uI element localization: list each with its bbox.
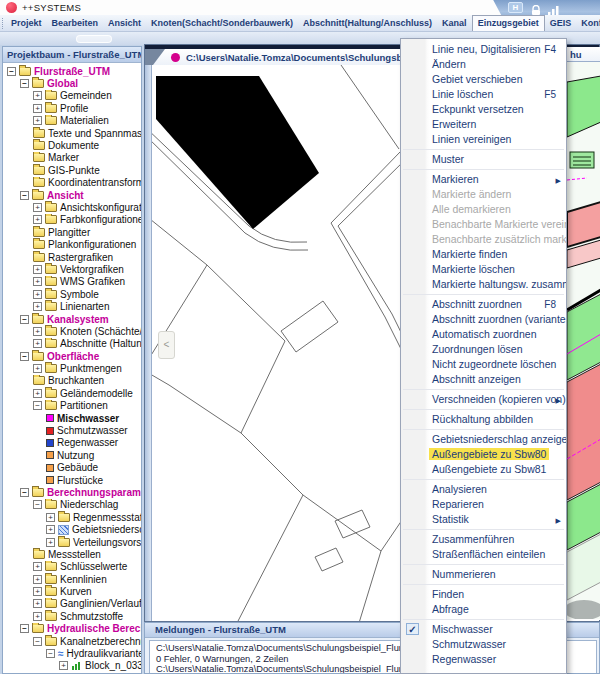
- menu-item-automatisch-zuordnen[interactable]: Automatisch zuordnen: [401, 327, 566, 342]
- tree-item[interactable]: +Ansichtskonfiguration: [3, 201, 141, 213]
- tree-item[interactable]: −Hydraulische Berechnun: [3, 623, 141, 635]
- menu-item-reparieren[interactable]: Reparieren: [401, 497, 566, 512]
- menu-item-markierte-finden[interactable]: Markierte finden: [401, 247, 566, 262]
- expander-icon[interactable]: +: [33, 116, 42, 125]
- menu-item-gebiet-verschieben[interactable]: Gebiet verschieben: [401, 72, 566, 87]
- tree-item[interactable]: +Block_n_033: [3, 660, 141, 672]
- menu-item-straßenflächen-einteilen[interactable]: Straßenflächen einteilen: [401, 547, 566, 562]
- tree-item[interactable]: +Schmutzstoffe: [3, 610, 141, 622]
- tree-item[interactable]: +Verteilungsvorschr: [3, 536, 141, 548]
- menubar-item-konfiguration[interactable]: Konfiguration: [576, 16, 600, 30]
- menu-item-gebietsniederschlag-anzeigen[interactable]: Gebietsniederschlag anzeigen: [401, 432, 566, 447]
- collapse-arrow-icon[interactable]: <: [158, 331, 175, 359]
- tree-item[interactable]: +Punktmengen: [3, 362, 141, 374]
- tree-item[interactable]: GIS-Punkte: [3, 164, 141, 176]
- tree-item[interactable]: +Profile: [3, 102, 141, 114]
- collapseer-icon[interactable]: −: [20, 488, 29, 497]
- menubar-item-knoten-schacht-sonderbauwerk-[interactable]: Knoten(Schacht/Sonderbauwerk): [146, 16, 298, 30]
- menu-item-abschnitt-zuordnen-variantenabhängig-[interactable]: Abschnitt zuordnen (variantenabhängig): [401, 312, 566, 327]
- menu-item-analysieren[interactable]: Analysieren: [401, 482, 566, 497]
- tree-item[interactable]: +Geländemodelle: [3, 387, 141, 399]
- collapseer-icon[interactable]: −: [33, 500, 42, 509]
- menubar-item-abschnitt-haltung-anschluss-[interactable]: Abschnitt(Haltung/Anschluss): [298, 16, 437, 30]
- menubar-item-bearbeiten[interactable]: Bearbeiten: [47, 16, 104, 30]
- menu-item-zuordnungen-lösen[interactable]: Zuordnungen lösen: [401, 342, 566, 357]
- map-left-scroll-strip[interactable]: [145, 65, 152, 621]
- tree-item[interactable]: Texte und Spannmass: [3, 127, 141, 139]
- expander-icon[interactable]: +: [33, 327, 42, 336]
- tree-item[interactable]: −Flurstraße_UTM: [3, 65, 141, 77]
- expander-icon[interactable]: +: [33, 290, 42, 299]
- menubar-item-ansicht[interactable]: Ansicht: [103, 16, 146, 30]
- expander-icon[interactable]: +: [33, 587, 42, 596]
- tree-item[interactable]: Dokumente: [3, 139, 141, 151]
- menu-item-schmutzwasser[interactable]: Schmutzwasser: [401, 637, 566, 652]
- expander-icon[interactable]: +: [59, 661, 68, 670]
- tree-item[interactable]: −Kanalsystem: [3, 313, 141, 325]
- tree-item[interactable]: −Ansicht: [3, 189, 141, 201]
- toolbar-grip-icon[interactable]: [2, 18, 3, 29]
- expander-icon[interactable]: +: [33, 203, 42, 212]
- menu-item-ändern[interactable]: Ändern: [401, 57, 566, 72]
- tree-item[interactable]: +Abschnitte (Haltunge: [3, 338, 141, 350]
- tree-item[interactable]: Gebäude: [3, 462, 141, 474]
- menu-item-linie-löschen[interactable]: Linie löschenF5: [401, 87, 566, 102]
- expander-icon[interactable]: +: [46, 513, 55, 522]
- tree-item[interactable]: +Vektorgrafiken: [3, 263, 141, 275]
- expander-icon[interactable]: +: [33, 215, 42, 224]
- menu-item-regenwasser[interactable]: Regenwasser: [401, 652, 566, 667]
- expander-icon[interactable]: +: [33, 339, 42, 348]
- tree-item[interactable]: +Kennlinien: [3, 573, 141, 585]
- expander-icon[interactable]: +: [33, 302, 42, 311]
- menu-item-verschneiden-kopieren-von-[interactable]: Verschneiden (kopieren von)▶: [401, 392, 566, 407]
- menu-item-abschnitt-zuordnen[interactable]: Abschnitt zuordnenF8: [401, 297, 566, 312]
- collapseer-icon[interactable]: −: [20, 79, 29, 88]
- menu-item-zusammenführen[interactable]: Zusammenführen: [401, 532, 566, 547]
- expander-icon[interactable]: +: [33, 265, 42, 274]
- menubar-item-einzugsgebiet[interactable]: Einzugsgebiet: [472, 15, 545, 31]
- expander-icon[interactable]: +: [33, 575, 42, 584]
- tree-item[interactable]: −Partitionen: [3, 400, 141, 412]
- expander-icon[interactable]: +: [33, 104, 42, 113]
- tree-item[interactable]: +Ganglinien/Verlauf: [3, 598, 141, 610]
- menu-item-finden[interactable]: Finden: [401, 587, 566, 602]
- tree-item[interactable]: Koordinatentransform: [3, 177, 141, 189]
- menu-item-nicht-zugeordnete-löschen[interactable]: Nicht zugeordnete löschen: [401, 357, 566, 372]
- tree-item[interactable]: +Gemeinden: [3, 90, 141, 102]
- collapseer-icon[interactable]: −: [20, 191, 29, 200]
- expander-icon[interactable]: +: [46, 525, 55, 534]
- tree-item[interactable]: −Berechnungsparameter: [3, 486, 141, 498]
- tree-item[interactable]: −Niederschlag: [3, 499, 141, 511]
- tree-item[interactable]: −≈Hydraulikvarianten: [3, 647, 141, 659]
- expander-icon[interactable]: +: [33, 612, 42, 621]
- menu-item-nummerieren[interactable]: Nummerieren: [401, 567, 566, 582]
- tree-item[interactable]: Regenwasser: [3, 437, 141, 449]
- menu-item-markierte-löschen[interactable]: Markierte löschen: [401, 262, 566, 277]
- collapseer-icon[interactable]: −: [46, 649, 55, 658]
- menu-item-abfrage[interactable]: Abfrage: [401, 602, 566, 617]
- collapseer-icon[interactable]: −: [20, 315, 29, 324]
- tree-item[interactable]: Bruchkanten: [3, 375, 141, 387]
- expander-icon[interactable]: +: [33, 389, 42, 398]
- tree-item[interactable]: +Schlüsselwerte: [3, 561, 141, 573]
- menu-item-außengebiete-zu-sbw80[interactable]: Außengebiete zu Sbw80: [401, 447, 566, 462]
- pin-icon[interactable]: H: [508, 2, 523, 13]
- tree-item[interactable]: −Global: [3, 77, 141, 89]
- tree-item[interactable]: +Farbkonfigurationen: [3, 214, 141, 226]
- collapseer-icon[interactable]: −: [7, 67, 16, 76]
- tree-item[interactable]: Marker: [3, 152, 141, 164]
- menu-item-markierte-haltungsw-zusammenf-[interactable]: Markierte haltungsw. zusammenf.: [401, 277, 566, 292]
- lock-icon[interactable]: [531, 2, 541, 15]
- menu-item-mischwasser[interactable]: ✓Mischwasser: [401, 622, 566, 637]
- expander-icon[interactable]: +: [33, 277, 42, 286]
- menu-item-markieren[interactable]: Markieren▶: [401, 172, 566, 187]
- tree-item[interactable]: +Regenmessstation: [3, 511, 141, 523]
- menu-item-rückhaltung-abbilden[interactable]: Rückhaltung abbilden: [401, 412, 566, 427]
- toolbar-pill-button[interactable]: [76, 35, 112, 43]
- tree-item[interactable]: Nutzung: [3, 449, 141, 461]
- tree-item[interactable]: Plankonfigurationen: [3, 238, 141, 250]
- tree-item[interactable]: +Knoten (Schächte/Sor: [3, 325, 141, 337]
- menubar-item-projekt[interactable]: Projekt: [6, 16, 47, 30]
- tree-item[interactable]: Flurstücke: [3, 474, 141, 486]
- menu-item-muster[interactable]: Muster: [401, 152, 566, 167]
